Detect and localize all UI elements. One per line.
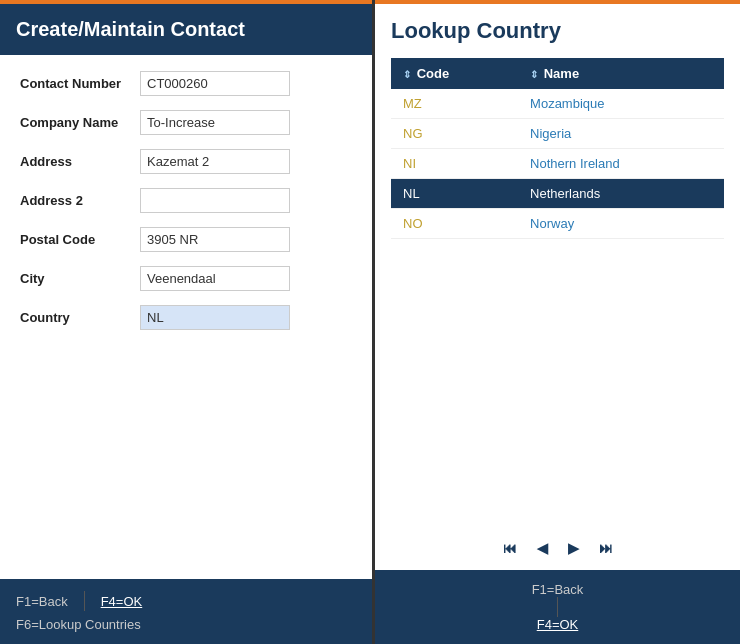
left-panel-title: Create/Maintain Contact (16, 18, 245, 40)
form-row-postal-code: Postal Code (20, 227, 352, 252)
page-prev-btn[interactable]: ◀ (531, 538, 554, 558)
input-address[interactable] (140, 149, 290, 174)
sort-icon-name: ⇕ (530, 69, 538, 80)
form-row-company-name: Company Name (20, 110, 352, 135)
form-row-address2: Address 2 (20, 188, 352, 213)
table-row[interactable]: MZMozambique (391, 89, 724, 119)
table-row[interactable]: NINothern Ireland (391, 149, 724, 179)
label-contact-number: Contact Number (20, 76, 140, 91)
input-address2[interactable] (140, 188, 290, 213)
table-header-row: ⇕ Code ⇕ Name (391, 58, 724, 89)
cell-name: Nigeria (518, 119, 724, 149)
right-panel-header: Lookup Country (375, 0, 740, 58)
lookup-table-wrapper: ⇕ Code ⇕ Name MZMozambiqueNGNigeriaNINot… (375, 58, 740, 526)
table-row[interactable]: NLNetherlands (391, 179, 724, 209)
right-footer-divider (557, 597, 558, 617)
cell-name: Norway (518, 209, 724, 239)
input-company-name[interactable] (140, 110, 290, 135)
label-address: Address (20, 154, 140, 169)
form-row-address: Address (20, 149, 352, 174)
label-country: Country (20, 310, 140, 325)
left-footer: F1=Back F4=OK F6=Lookup Countries (0, 579, 375, 644)
left-footer-row1: F1=Back F4=OK (16, 591, 356, 611)
form-row-contact-number: Contact Number (20, 71, 352, 96)
back-key-right[interactable]: F1=Back (532, 582, 584, 597)
footer-divider (84, 591, 85, 611)
sort-icon-code: ⇕ (403, 69, 411, 80)
cell-code: NO (391, 209, 518, 239)
cell-code: NI (391, 149, 518, 179)
form-row-city: City (20, 266, 352, 291)
ok-key-right[interactable]: F4=OK (537, 617, 579, 632)
input-postal-code[interactable] (140, 227, 290, 252)
left-panel-header: Create/Maintain Contact (0, 0, 372, 55)
lookup-table: ⇕ Code ⇕ Name MZMozambiqueNGNigeriaNINot… (391, 58, 724, 239)
input-country[interactable] (140, 305, 290, 330)
lookup-key[interactable]: F6=Lookup Countries (16, 617, 141, 632)
page-next-btn[interactable]: ▶ (562, 538, 585, 558)
input-contact-number[interactable] (140, 71, 290, 96)
right-panel-title: Lookup Country (391, 18, 561, 43)
label-address2: Address 2 (20, 193, 140, 208)
cell-name: Mozambique (518, 89, 724, 119)
label-company-name: Company Name (20, 115, 140, 130)
right-panel: Lookup Country ⇕ Code ⇕ Name MZMozambiqu… (375, 0, 740, 644)
left-panel: Create/Maintain Contact Contact NumberCo… (0, 0, 375, 644)
form-row-country: Country (20, 305, 352, 330)
label-city: City (20, 271, 140, 286)
cell-code: NG (391, 119, 518, 149)
page-last-btn[interactable]: ⏭ (593, 538, 619, 558)
cell-name: Nothern Ireland (518, 149, 724, 179)
table-row[interactable]: NGNigeria (391, 119, 724, 149)
table-row[interactable]: NONorway (391, 209, 724, 239)
left-footer-row2: F6=Lookup Countries (16, 617, 356, 632)
cell-name: Netherlands (518, 179, 724, 209)
back-key-left[interactable]: F1=Back (16, 594, 68, 609)
col-code[interactable]: ⇕ Code (391, 58, 518, 89)
page-first-btn[interactable]: ⏮ (497, 538, 523, 558)
col-name-label: Name (544, 66, 579, 81)
cell-code: MZ (391, 89, 518, 119)
form-area: Contact NumberCompany NameAddressAddress… (0, 55, 372, 579)
label-postal-code: Postal Code (20, 232, 140, 247)
col-name[interactable]: ⇕ Name (518, 58, 724, 89)
col-code-label: Code (417, 66, 450, 81)
input-city[interactable] (140, 266, 290, 291)
cell-code: NL (391, 179, 518, 209)
right-footer: F1=Back F4=OK (375, 570, 740, 644)
pagination: ⏮ ◀ ▶ ⏭ (375, 526, 740, 570)
ok-key-left[interactable]: F4=OK (101, 594, 143, 609)
